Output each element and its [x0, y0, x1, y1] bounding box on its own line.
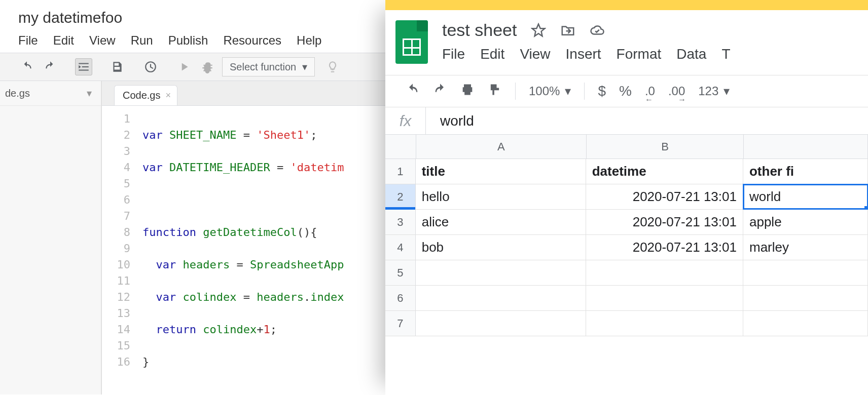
code-text[interactable]: var SHEET_NAME = 'Sheet1'; var DATETIME_…: [137, 111, 385, 394]
editor-body: de.gs ▾ Code.gs × 1234567891011121314151…: [0, 81, 385, 394]
undo-icon[interactable]: [406, 83, 420, 100]
cell[interactable]: [743, 286, 868, 310]
select-all-corner[interactable]: [385, 135, 416, 159]
menu-file[interactable]: File: [18, 33, 38, 48]
sheet-menu-format[interactable]: Format: [617, 46, 662, 62]
indent-icon[interactable]: [75, 58, 92, 75]
fx-icon: fx: [385, 107, 426, 134]
cell[interactable]: marley: [743, 235, 868, 260]
cell[interactable]: [416, 286, 586, 310]
row-header[interactable]: 3: [385, 210, 416, 234]
cell[interactable]: bob: [416, 235, 586, 260]
sheet-menu-more[interactable]: T: [721, 46, 730, 62]
run-icon[interactable]: [175, 58, 193, 75]
sheets-logo-icon[interactable]: [395, 20, 428, 64]
menu-publish[interactable]: Publish: [168, 33, 208, 48]
code-tab[interactable]: Code.gs ×: [114, 85, 177, 105]
undo-icon[interactable]: [18, 58, 35, 75]
print-icon[interactable]: [460, 83, 475, 100]
browser-infobar: [385, 0, 868, 10]
cell[interactable]: [586, 286, 743, 310]
spreadsheet-grid[interactable]: A B 1 title datetime other fi 2 hello 20…: [385, 135, 868, 336]
format-currency-button[interactable]: $: [598, 83, 606, 99]
lightbulb-icon[interactable]: [324, 58, 341, 75]
chevron-down-icon: ▾: [302, 61, 307, 73]
zoom-select[interactable]: 100% ▾: [529, 84, 571, 98]
line-gutter: 12345678910111213141516: [102, 111, 137, 394]
menu-help[interactable]: Help: [297, 33, 321, 48]
project-title[interactable]: my datetimefoo: [0, 0, 385, 33]
sheet-menubar: File Edit View Insert Format Data T: [442, 46, 731, 62]
star-icon[interactable]: [531, 23, 546, 38]
grid-row: 1 title datetime other fi: [385, 159, 868, 184]
row-header[interactable]: 1: [385, 159, 416, 184]
cell[interactable]: hello: [416, 184, 586, 209]
sheet-menu-data[interactable]: Data: [676, 46, 706, 62]
cell[interactable]: [586, 260, 743, 285]
paint-format-icon[interactable]: [488, 83, 502, 100]
col-header-b[interactable]: B: [587, 135, 744, 159]
chevron-down-icon: ▾: [565, 84, 571, 98]
code-tab-label: Code.gs: [123, 90, 161, 101]
active-cell[interactable]: world: [743, 184, 868, 209]
menu-view[interactable]: View: [89, 33, 116, 48]
decrease-decimal-button[interactable]: .0←: [645, 84, 655, 98]
row-header[interactable]: 6: [385, 286, 416, 310]
separator: [584, 83, 585, 100]
col-header-a[interactable]: A: [416, 135, 587, 159]
redo-icon[interactable]: [42, 58, 59, 75]
menu-run[interactable]: Run: [131, 33, 153, 48]
formula-bar: fx world: [385, 107, 868, 135]
cell[interactable]: 2020-07-21 13:01: [586, 235, 743, 260]
menu-edit[interactable]: Edit: [53, 33, 74, 48]
cell[interactable]: [586, 311, 743, 336]
grid-row: 2 hello 2020-07-21 13:01 world: [385, 184, 868, 210]
trigger-clock-icon[interactable]: [142, 58, 159, 75]
file-item-label: de.gs: [5, 88, 30, 99]
editor-toolbar: Select function ▾: [0, 53, 385, 81]
grid-row: 5: [385, 260, 868, 286]
row-header[interactable]: 4: [385, 235, 416, 260]
cell[interactable]: datetime: [586, 159, 743, 184]
cell[interactable]: other fi: [743, 159, 868, 184]
increase-decimal-button[interactable]: .00→: [668, 84, 685, 98]
row-header[interactable]: 5: [385, 260, 416, 285]
cell[interactable]: [416, 311, 586, 336]
cell[interactable]: [743, 311, 868, 336]
save-icon[interactable]: [108, 58, 126, 75]
file-item[interactable]: de.gs ▾: [0, 81, 101, 106]
cell[interactable]: 2020-07-21 13:01: [586, 184, 743, 209]
sheet-menu-file[interactable]: File: [442, 46, 465, 62]
cloud-saved-icon[interactable]: [590, 23, 605, 38]
code-pane: Code.gs × 12345678910111213141516 var SH…: [101, 81, 385, 394]
sheet-menu-view[interactable]: View: [520, 46, 550, 62]
code-editor[interactable]: 12345678910111213141516 var SHEET_NAME =…: [102, 106, 385, 394]
sheet-menu-edit[interactable]: Edit: [480, 46, 504, 62]
chevron-down-icon: ▾: [724, 84, 730, 98]
row-header[interactable]: 2: [385, 184, 416, 209]
format-more-button[interactable]: 123 ▾: [698, 84, 730, 98]
cell[interactable]: apple: [743, 210, 868, 234]
formula-input[interactable]: world: [426, 113, 474, 129]
cell[interactable]: alice: [416, 210, 586, 234]
col-header-c[interactable]: [744, 135, 868, 159]
debug-icon[interactable]: [199, 58, 216, 75]
move-folder-icon[interactable]: [560, 23, 575, 38]
redo-icon[interactable]: [433, 83, 447, 100]
editor-menubar: File Edit View Run Publish Resources Hel…: [0, 33, 385, 53]
cell[interactable]: title: [416, 159, 586, 184]
format-percent-button[interactable]: %: [619, 83, 632, 99]
chevron-down-icon: ▾: [87, 87, 92, 99]
cell[interactable]: [416, 260, 586, 285]
menu-resources[interactable]: Resources: [223, 33, 281, 48]
row-header[interactable]: 7: [385, 311, 416, 336]
close-icon[interactable]: ×: [166, 90, 171, 101]
sheet-menu-insert[interactable]: Insert: [566, 46, 601, 62]
cell[interactable]: [743, 260, 868, 285]
function-select[interactable]: Select function ▾: [222, 57, 315, 76]
cell[interactable]: 2020-07-21 13:01: [586, 210, 743, 234]
editor-tabbar: Code.gs ×: [102, 81, 385, 106]
grid-row: 4 bob 2020-07-21 13:01 marley: [385, 235, 868, 260]
script-editor-window: my datetimefoo File Edit View Run Publis…: [0, 0, 385, 395]
spreadsheet-title[interactable]: test sheet: [442, 20, 517, 40]
